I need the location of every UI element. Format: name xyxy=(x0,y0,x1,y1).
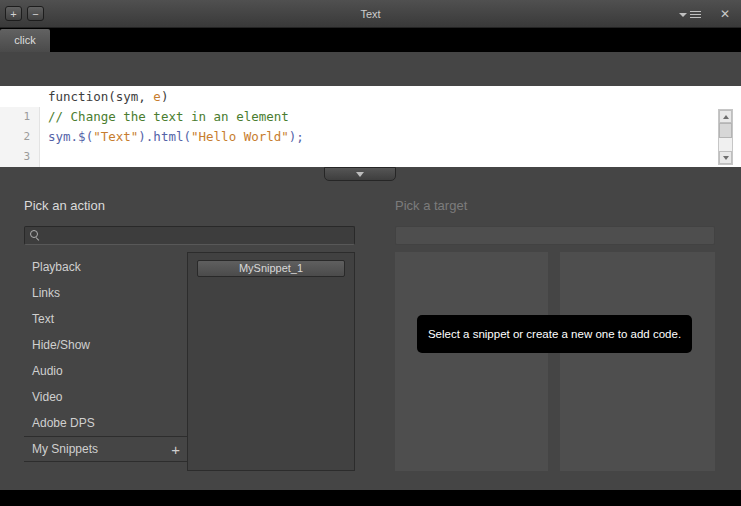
action-search-input[interactable] xyxy=(41,227,349,244)
code-token: ).html( xyxy=(138,129,191,144)
close-icon[interactable]: ✕ xyxy=(720,0,730,28)
add-snippet-button[interactable]: + xyxy=(171,442,180,457)
pick-target-label: Pick a target xyxy=(395,198,467,213)
line-number: 3 xyxy=(0,147,30,167)
action-item-text[interactable]: Text xyxy=(24,306,187,332)
action-item-hide-show[interactable]: Hide/Show xyxy=(24,332,187,358)
pick-action-label: Pick an action xyxy=(24,198,105,213)
collapse-picker-button[interactable] xyxy=(324,167,396,181)
code-editor[interactable]: function(sym, e) 1 // Change the text in… xyxy=(0,86,741,167)
bottom-strip xyxy=(0,490,741,506)
action-search-box xyxy=(24,226,355,245)
action-item-links[interactable]: Links xyxy=(24,280,187,306)
snippet-item-mysnippet-1[interactable]: MySnippet_1 xyxy=(197,260,345,277)
snippet-hint-tooltip: Select a snippet or create a new one to … xyxy=(417,315,692,353)
snippet-list-panel: MySnippet_1 xyxy=(187,252,355,471)
code-token: ); xyxy=(289,129,304,144)
target-elements-panel xyxy=(395,252,548,471)
code-string: "Hello World" xyxy=(191,129,289,144)
my-snippets-label: My Snippets xyxy=(32,436,98,462)
line-number: 2 xyxy=(0,127,30,147)
target-preview-panel xyxy=(560,252,715,471)
action-category-list: Playback Links Text Hide/Show Audio Vide… xyxy=(24,254,187,462)
scroll-up-icon[interactable] xyxy=(719,110,732,123)
code-token: sym.$( xyxy=(48,129,93,144)
menu-triangle-icon xyxy=(679,13,687,17)
action-item-video[interactable]: Video xyxy=(24,384,187,410)
action-item-audio[interactable]: Audio xyxy=(24,358,187,384)
code-line-2: 2 sym.$("Text").html("Hello World"); xyxy=(0,127,741,147)
panel-title: Text xyxy=(0,0,741,28)
code-string: "Text" xyxy=(93,129,138,144)
actions-panel-window: + − Text ✕ click function(sym, e) 1 // C… xyxy=(0,0,741,506)
line-number: 1 xyxy=(0,107,30,127)
event-tab-strip: click xyxy=(0,28,741,52)
function-signature: function(sym, e) xyxy=(0,86,741,107)
chevron-down-icon xyxy=(356,172,364,177)
editor-scrollbar[interactable] xyxy=(718,109,733,165)
panel-menu-icon[interactable] xyxy=(679,10,701,19)
signature-param: e xyxy=(153,89,161,104)
signature-pre: function(sym, xyxy=(48,89,153,104)
titlebar: + − Text ✕ xyxy=(0,0,741,28)
code-comment: // Change the text in an element xyxy=(48,109,289,124)
action-item-adobe-dps[interactable]: Adobe DPS xyxy=(24,410,187,436)
code-line-3: 3 xyxy=(0,147,741,167)
code-line-1: 1 // Change the text in an element xyxy=(0,107,741,127)
action-item-my-snippets[interactable]: My Snippets + xyxy=(24,436,187,462)
tab-click-event[interactable]: click xyxy=(0,29,50,52)
scroll-down-icon[interactable] xyxy=(719,151,732,164)
target-search-box xyxy=(395,226,715,245)
search-icon xyxy=(30,230,41,241)
action-item-playback[interactable]: Playback xyxy=(24,254,187,280)
scrollbar-thumb[interactable] xyxy=(719,123,732,138)
menu-lines-icon xyxy=(690,11,701,18)
signature-post: ) xyxy=(161,89,169,104)
